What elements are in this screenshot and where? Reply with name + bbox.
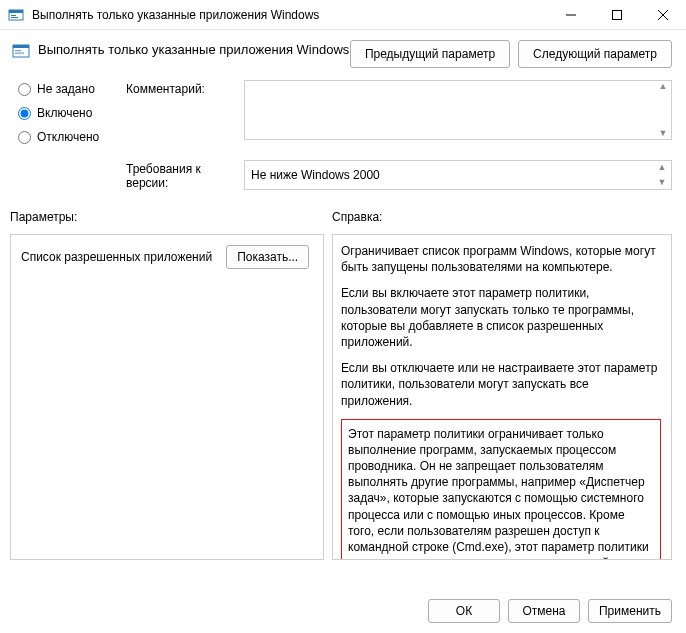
help-paragraph: Ограничивает список программ Windows, ко… xyxy=(341,243,661,275)
panels: Список разрешенных приложений Показать..… xyxy=(0,230,686,560)
help-note-box: Этот параметр политики ограничивает толь… xyxy=(341,419,661,560)
cancel-button[interactable]: Отмена xyxy=(508,599,580,623)
allowed-apps-label: Список разрешенных приложений xyxy=(21,250,212,264)
maximize-button[interactable] xyxy=(594,0,640,29)
header: Выполнять только указанные приложения Wi… xyxy=(0,30,686,74)
radio-enabled[interactable]: Включено xyxy=(18,106,126,120)
svg-rect-9 xyxy=(13,45,29,48)
app-icon xyxy=(8,7,24,23)
policy-icon xyxy=(12,42,30,60)
params-heading: Параметры: xyxy=(10,210,332,224)
show-button[interactable]: Показать... xyxy=(226,245,309,269)
header-title: Выполнять только указанные приложения Wi… xyxy=(38,40,349,57)
svg-rect-2 xyxy=(11,15,16,16)
scroll-down-icon[interactable]: ▼ xyxy=(658,178,667,187)
previous-setting-button[interactable]: Предыдущий параметр xyxy=(350,40,510,68)
comment-field[interactable] xyxy=(244,80,672,140)
requirements-label: Требования к версии: xyxy=(126,160,244,190)
apply-button[interactable]: Применить xyxy=(588,599,672,623)
titlebar: Выполнять только указанные приложения Wi… xyxy=(0,0,686,30)
next-setting-button[interactable]: Следующий параметр xyxy=(518,40,672,68)
radio-disabled[interactable]: Отключено xyxy=(18,130,126,144)
svg-rect-1 xyxy=(9,10,23,13)
svg-rect-3 xyxy=(11,17,18,18)
ok-button[interactable]: ОК xyxy=(428,599,500,623)
help-paragraph: Если вы отключаете или не настраиваете э… xyxy=(341,360,661,409)
scroll-up-icon[interactable]: ▲ xyxy=(659,82,668,91)
svg-rect-5 xyxy=(613,10,622,19)
window-title: Выполнять только указанные приложения Wi… xyxy=(32,8,319,22)
close-button[interactable] xyxy=(640,0,686,29)
comment-label: Комментарий: xyxy=(126,80,244,96)
scroll-up-icon[interactable]: ▲ xyxy=(658,163,667,172)
radio-disabled-label: Отключено xyxy=(37,130,99,144)
radio-not-configured-label: Не задано xyxy=(37,82,95,96)
radio-disabled-input[interactable] xyxy=(18,131,31,144)
minimize-button[interactable] xyxy=(548,0,594,29)
help-note-text: Этот параметр политики ограничивает толь… xyxy=(348,426,654,560)
help-heading: Справка: xyxy=(332,210,382,224)
help-panel: Ограничивает список программ Windows, ко… xyxy=(332,234,672,560)
radio-enabled-label: Включено xyxy=(37,106,92,120)
radio-enabled-input[interactable] xyxy=(18,107,31,120)
scroll-down-icon[interactable]: ▼ xyxy=(659,129,668,138)
content-area: Не задано Включено Отключено Комментарий… xyxy=(0,74,686,190)
footer: ОК Отмена Применить xyxy=(0,591,686,633)
radio-not-configured-input[interactable] xyxy=(18,83,31,96)
help-paragraph: Если вы включаете этот параметр политики… xyxy=(341,285,661,350)
radio-not-configured[interactable]: Не задано xyxy=(18,82,126,96)
svg-rect-11 xyxy=(15,53,24,54)
svg-rect-10 xyxy=(15,50,21,51)
requirements-value: Не ниже Windows 2000 xyxy=(251,168,380,182)
params-panel: Список разрешенных приложений Показать..… xyxy=(10,234,324,560)
requirements-field: Не ниже Windows 2000 ▲ ▼ xyxy=(244,160,672,190)
section-labels: Параметры: Справка: xyxy=(0,196,686,230)
window-controls xyxy=(548,0,686,29)
